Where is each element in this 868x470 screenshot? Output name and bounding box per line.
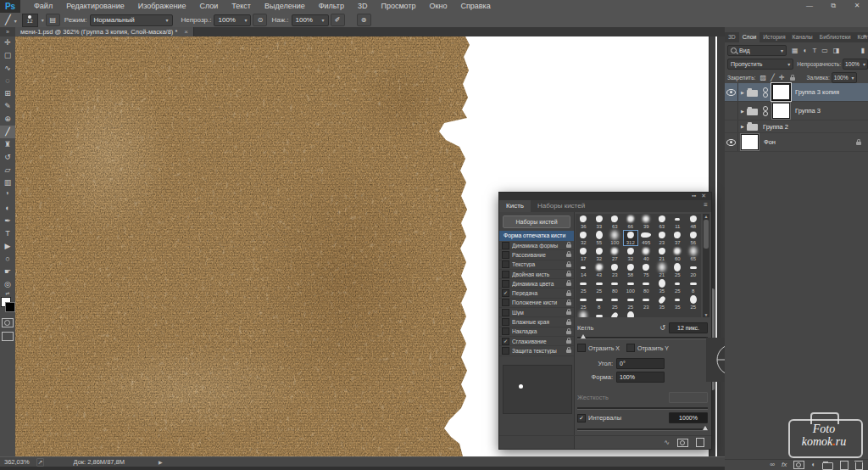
brush-preset-8[interactable]: 8: [686, 278, 702, 294]
brush-preset-25[interactable]: 25: [576, 294, 592, 311]
brush-preset-100[interactable]: 100: [623, 278, 639, 294]
menu-item-Выделение[interactable]: Выделение: [258, 0, 312, 13]
spacing-checkbox[interactable]: ✓: [577, 414, 586, 422]
tools-panel-collapse[interactable]: »: [0, 27, 15, 36]
lock-position-icon[interactable]: ✛: [779, 74, 785, 81]
brush-preset-45[interactable]: 45: [607, 311, 623, 317]
create-new-brush-icon[interactable]: [696, 438, 704, 447]
expand-arrow-icon[interactable]: ▶: [738, 124, 747, 129]
brush-preset-100[interactable]: 100: [607, 230, 623, 246]
zoom-level-field[interactable]: 362,03%: [4, 458, 30, 466]
tool-history-brush[interactable]: ↺: [0, 151, 15, 164]
opacity-field[interactable]: 100%▾: [843, 59, 868, 70]
brush-section-Двойная кисть[interactable]: Двойная кисть: [499, 270, 574, 279]
brush-preset-55[interactable]: 55: [592, 230, 608, 246]
layer-mask-thumbnail[interactable]: [772, 84, 790, 100]
brush-preset-36[interactable]: 36: [576, 214, 592, 230]
scroll-down-icon[interactable]: ▼: [703, 312, 709, 317]
blend-mode-select[interactable]: Нормальный▾: [90, 14, 173, 26]
share-icon[interactable]: ↗: [36, 458, 45, 467]
brush-section-Текстура[interactable]: Текстура: [499, 260, 574, 270]
tool-zoom[interactable]: ◎: [0, 278, 15, 291]
open-preset-manager-icon[interactable]: [677, 439, 688, 447]
brush-preset-25[interactable]: 25: [623, 294, 639, 311]
roundness-field[interactable]: 100%: [616, 372, 665, 383]
panel-menu-icon[interactable]: ≡: [863, 33, 866, 39]
size-slider[interactable]: [577, 337, 708, 339]
panel-menu-icon[interactable]: ≡: [704, 201, 708, 209]
brush-preset-14[interactable]: 14: [576, 262, 592, 278]
brush-preset-40[interactable]: 40: [638, 246, 654, 262]
brush-preset-11[interactable]: 11: [670, 214, 686, 230]
tool-gradient[interactable]: ▥: [0, 176, 15, 189]
checkbox[interactable]: [502, 271, 509, 278]
brush-section-Сглаживание[interactable]: ✓Сглаживание: [499, 337, 574, 346]
menu-item-Окно[interactable]: Окно: [423, 0, 454, 13]
brush-preset-63[interactable]: 63: [607, 214, 623, 230]
brush-preset-56[interactable]: 56: [686, 230, 702, 246]
brush-preset-495[interactable]: 495: [638, 230, 654, 246]
brush-preset-75[interactable]: 75: [638, 262, 654, 278]
brush-preset-80[interactable]: 80: [607, 278, 623, 294]
quick-mask-icon[interactable]: [2, 318, 14, 327]
filter-switch-icon[interactable]: ▮: [861, 46, 865, 55]
brush-preset-32[interactable]: 32: [623, 246, 639, 262]
layer-Группа 2[interactable]: ▶Группа 2: [725, 120, 868, 133]
background-color-swatch[interactable]: [5, 302, 15, 312]
brush-tool-icon[interactable]: ╱▾: [5, 14, 17, 25]
checkbox[interactable]: [502, 299, 509, 306]
filter-shape-icon[interactable]: ▭: [821, 46, 828, 55]
brush-preset-25[interactable]: 25: [670, 278, 686, 294]
new-group-icon[interactable]: [822, 462, 833, 470]
tool-type[interactable]: T: [0, 227, 15, 240]
menu-item-Слои[interactable]: Слои: [192, 0, 225, 13]
expand-arrow-icon[interactable]: ▶: [738, 109, 747, 114]
tool-lasso[interactable]: ∿: [0, 62, 15, 75]
brush-tip-shape-item[interactable]: Форма отпечатка кисти: [499, 231, 574, 241]
brush-preset-20[interactable]: 20: [686, 262, 702, 278]
lock-all-icon[interactable]: [790, 77, 795, 81]
brush-panel-tab-Наборы кистей[interactable]: Наборы кистей: [531, 200, 592, 212]
filter-adjustment-icon[interactable]: ◐: [804, 46, 808, 55]
brush-preset-25[interactable]: 25: [670, 262, 686, 278]
brush-preset-25[interactable]: 25: [592, 278, 608, 294]
visibility-toggle[interactable]: [725, 102, 738, 120]
toggle-brush-panel-icon[interactable]: ▤: [46, 14, 60, 26]
brush-preset-63[interactable]: 63: [654, 214, 670, 230]
brush-preset-21[interactable]: 21: [654, 246, 670, 262]
tool-move[interactable]: ✛: [0, 36, 15, 49]
restore-icon[interactable]: ⧉: [826, 1, 841, 11]
brush-preset-60[interactable]: 60: [670, 246, 686, 262]
brush-preset-43[interactable]: 43: [592, 262, 608, 278]
tool-healing-brush[interactable]: ⊕: [0, 113, 15, 126]
slider-thumb[interactable]: [703, 426, 708, 430]
brush-panel-tab-Кисть[interactable]: Кисть: [499, 200, 531, 212]
filter-pixel-icon[interactable]: ▦: [792, 46, 798, 55]
slider-thumb[interactable]: [581, 334, 586, 339]
tool-dodge[interactable]: ◐: [0, 202, 15, 215]
flow-select[interactable]: 100%▾: [292, 14, 329, 26]
layer-Фон[interactable]: Фон: [725, 133, 868, 152]
live-tip-preview-icon[interactable]: ∿: [664, 439, 670, 446]
dock-tab-Слои[interactable]: Слои: [739, 32, 760, 42]
checkbox[interactable]: [502, 260, 509, 268]
brush-preset-32[interactable]: 32: [576, 230, 592, 246]
close-icon[interactable]: ✕: [849, 1, 865, 11]
brush-preset-12[interactable]: 12: [623, 311, 639, 317]
visibility-toggle[interactable]: [725, 83, 738, 101]
brush-section-Влажные края[interactable]: Влажные края: [499, 317, 574, 327]
tool-pen[interactable]: ✒: [0, 215, 15, 227]
brush-preset-25[interactable]: 25: [576, 278, 592, 294]
reset-size-icon[interactable]: ↺: [659, 324, 665, 332]
tool-hand[interactable]: ☛: [0, 266, 15, 278]
checkbox[interactable]: [502, 318, 509, 326]
brush-preset-33[interactable]: 33: [592, 214, 608, 230]
layer-thumbnail[interactable]: [741, 134, 759, 150]
menu-item-Фильтр[interactable]: Фильтр: [312, 0, 351, 13]
brush-preset-25[interactable]: 25: [686, 294, 702, 311]
flip-y-checkbox[interactable]: [626, 344, 635, 352]
brush-section-Шум[interactable]: Шум: [499, 308, 574, 317]
brush-presets-button[interactable]: Наборы кистей: [503, 215, 570, 228]
brush-preset-45[interactable]: 45: [576, 311, 592, 317]
adjustment-layer-icon[interactable]: ◐: [811, 461, 815, 469]
